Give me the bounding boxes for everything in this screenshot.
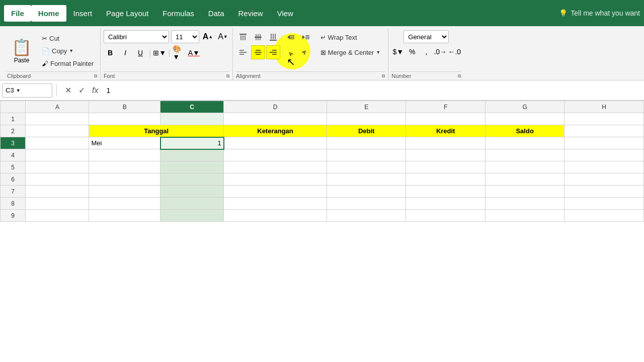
align-left-button[interactable] (236, 45, 250, 59)
cell-F6[interactable] (406, 173, 486, 186)
tell-me-text[interactable]: Tell me what you want (571, 9, 640, 17)
cell-D8[interactable] (224, 198, 327, 210)
cell-D9[interactable] (224, 210, 327, 222)
cell-B2[interactable]: Tanggal (89, 125, 224, 137)
decrease-font-size-button[interactable]: A▼ (216, 30, 229, 43)
copy-dropdown-icon[interactable]: ▼ (69, 48, 73, 53)
cell-F5[interactable] (406, 161, 486, 173)
cell-A6[interactable] (26, 173, 89, 186)
cell-G1[interactable] (485, 113, 565, 125)
percent-button[interactable]: % (406, 45, 419, 58)
comma-button[interactable]: , (420, 45, 433, 58)
cell-A9[interactable] (26, 210, 89, 222)
cell-D2[interactable]: Keterangan (224, 125, 327, 137)
menu-data[interactable]: Data (201, 5, 231, 22)
menu-file[interactable]: File (4, 5, 31, 22)
row-header-8[interactable]: 8 (1, 198, 26, 210)
row-header-9[interactable]: 9 (1, 210, 26, 222)
rotate-text2-button[interactable]: A (299, 45, 313, 59)
col-header-C[interactable]: C (160, 101, 224, 113)
col-header-G[interactable]: G (485, 101, 565, 113)
increase-font-size-button[interactable]: A▲ (201, 30, 214, 43)
copy-button[interactable]: 📄 Copy ▼ (38, 45, 97, 57)
cell-B5[interactable] (89, 161, 160, 173)
cell-A3[interactable] (26, 137, 89, 149)
cell-A8[interactable] (26, 198, 89, 210)
cell-A5[interactable] (26, 161, 89, 173)
formula-confirm-icon[interactable]: ✓ (76, 84, 87, 96)
align-middle-button[interactable] (251, 30, 265, 44)
col-header-F[interactable]: F (406, 101, 486, 113)
menu-page-layout[interactable]: Page Layout (99, 5, 155, 22)
cell-H7[interactable] (565, 186, 644, 198)
fill-color-button[interactable]: 🎨▼ (172, 46, 185, 59)
cell-F9[interactable] (406, 210, 486, 222)
cell-D3[interactable] (224, 137, 327, 149)
cell-H4[interactable] (565, 149, 644, 161)
font-color-button[interactable]: A▼ (187, 46, 200, 59)
font-size-select[interactable]: 11 (171, 30, 199, 43)
cell-F2[interactable]: Kredit (406, 125, 486, 137)
cell-reference-box[interactable]: C3 ▼ (2, 83, 52, 98)
borders-button[interactable]: ⊞▼ (153, 46, 166, 59)
cell-G2[interactable]: Saldo (485, 125, 565, 137)
currency-button[interactable]: $▼ (391, 45, 405, 58)
cell-G9[interactable] (485, 210, 565, 222)
menu-home[interactable]: Home (31, 5, 66, 22)
align-bottom-button[interactable] (266, 30, 280, 44)
bold-button[interactable]: B (104, 46, 117, 59)
decrease-indent-button[interactable] (284, 30, 298, 44)
cell-H8[interactable] (565, 198, 644, 210)
cell-A4[interactable] (26, 149, 89, 161)
row-header-6[interactable]: 6 (1, 173, 26, 186)
col-header-E[interactable]: E (327, 101, 406, 113)
corner-header[interactable] (1, 101, 26, 113)
cell-F1[interactable] (406, 113, 486, 125)
col-header-H[interactable]: H (565, 101, 644, 113)
cell-H6[interactable] (565, 173, 644, 186)
row-header-4[interactable]: 4 (1, 149, 26, 161)
cell-F8[interactable] (406, 198, 486, 210)
cell-G8[interactable] (485, 198, 565, 210)
font-name-select[interactable]: Calibri (104, 30, 169, 43)
cell-H3[interactable] (565, 137, 644, 149)
col-header-A[interactable]: A (26, 101, 89, 113)
cell-G6[interactable] (485, 173, 565, 186)
decrease-decimal-button[interactable]: ←.0 (448, 45, 461, 58)
formula-cancel-icon[interactable]: ✕ (63, 84, 73, 96)
cell-D1[interactable] (224, 113, 327, 125)
cell-H1[interactable] (565, 113, 644, 125)
cell-F3[interactable] (406, 137, 486, 149)
italic-button[interactable]: I (119, 46, 132, 59)
col-header-B[interactable]: B (89, 101, 160, 113)
cell-E9[interactable] (327, 210, 406, 222)
row-header-3[interactable]: 3 (1, 137, 26, 149)
cell-H9[interactable] (565, 210, 644, 222)
cell-G7[interactable] (485, 186, 565, 198)
cell-B9[interactable] (89, 210, 160, 222)
number-expand-icon[interactable]: ⧉ (458, 73, 461, 79)
cell-C9[interactable] (160, 210, 224, 222)
col-header-D[interactable]: D (224, 101, 327, 113)
cell-D5[interactable] (224, 161, 327, 173)
merge-dropdown-icon[interactable]: ▼ (376, 50, 380, 55)
cell-C8[interactable] (160, 198, 224, 210)
cell-E5[interactable] (327, 161, 406, 173)
cell-D7[interactable] (224, 186, 327, 198)
cell-G5[interactable] (485, 161, 565, 173)
menu-formulas[interactable]: Formulas (155, 5, 201, 22)
cell-B7[interactable] (89, 186, 160, 198)
menu-review[interactable]: Review (231, 5, 270, 22)
cell-E6[interactable] (327, 173, 406, 186)
menu-insert[interactable]: Insert (66, 5, 100, 22)
number-format-select[interactable]: General (404, 30, 449, 43)
cell-G3[interactable] (485, 137, 565, 149)
cell-E2[interactable]: Debit (327, 125, 406, 137)
cell-E1[interactable] (327, 113, 406, 125)
cell-C1[interactable] (160, 113, 224, 125)
cell-E8[interactable] (327, 198, 406, 210)
clipboard-expand-icon[interactable]: ⧉ (94, 73, 97, 79)
cell-B1[interactable] (89, 113, 160, 125)
cell-C3[interactable]: 1 (160, 137, 224, 149)
row-header-1[interactable]: 1 (1, 113, 26, 125)
